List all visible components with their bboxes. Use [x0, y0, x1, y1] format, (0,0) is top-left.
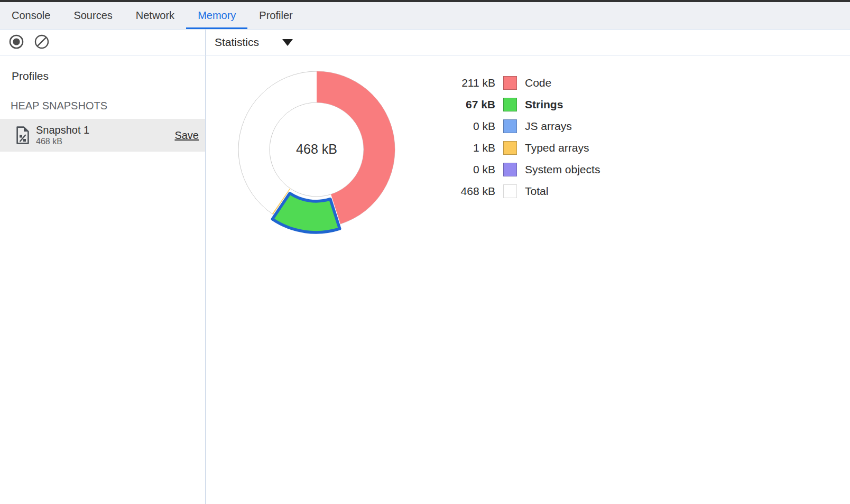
view-mode-label: Statistics: [215, 36, 259, 49]
panel-content: Profiles HEAP SNAPSHOTS Snapshot 1 468 k…: [0, 55, 850, 504]
legend-label: Total: [525, 185, 600, 198]
record-icon: [8, 34, 24, 51]
chart-legend: 211 kBCode67 kBStrings0 kBJS arrays1 kBT…: [449, 72, 600, 202]
tab-memory[interactable]: Memory: [186, 2, 247, 29]
tab-network[interactable]: Network: [124, 2, 186, 29]
heap-snapshot-item[interactable]: Snapshot 1 468 kB Save: [0, 119, 205, 152]
legend-row-total[interactable]: 468 kBTotal: [449, 180, 600, 202]
clear-icon: [34, 34, 50, 51]
memory-toolbar: Statistics: [0, 30, 850, 55]
profiles-sidebar: Profiles HEAP SNAPSHOTS Snapshot 1 468 k…: [0, 55, 206, 504]
legend-row-code[interactable]: 211 kBCode: [449, 72, 600, 94]
legend-value: 0 kB: [449, 120, 495, 133]
devtools-tab-bar: Console Sources Network Memory Profiler: [0, 2, 850, 30]
legend-value: 468 kB: [449, 185, 495, 198]
profiles-heading: Profiles: [12, 70, 205, 82]
legend-label: JS arrays: [525, 120, 600, 133]
heap-snapshots-section-heading: HEAP SNAPSHOTS: [11, 100, 205, 112]
legend-row-js-arrays[interactable]: 0 kBJS arrays: [449, 115, 600, 137]
save-link[interactable]: Save: [174, 129, 199, 142]
legend-value: 67 kB: [449, 98, 495, 111]
legend-row-strings[interactable]: 67 kBStrings: [449, 94, 600, 115]
view-mode-dropdown[interactable]: Statistics: [215, 36, 293, 49]
legend-value: 1 kB: [449, 142, 495, 154]
snapshot-title: Snapshot 1: [36, 124, 174, 136]
legend-value: 211 kB: [449, 77, 495, 89]
legend-swatch-total: [503, 184, 517, 198]
legend-label: Code: [525, 77, 600, 89]
record-heap-snapshot-button[interactable]: [8, 34, 24, 51]
legend-row-typed-arrays[interactable]: 1 kBTyped arrays: [449, 137, 600, 158]
donut-center-total: 468 kB: [296, 142, 337, 156]
statistics-view: 468 kB 211 kBCode67 kBStrings0 kBJS arra…: [206, 55, 850, 504]
legend-swatch-typed-arrays: [503, 141, 517, 155]
clear-profiles-button[interactable]: [34, 34, 50, 51]
legend-swatch-js-arrays: [503, 119, 517, 133]
legend-value: 0 kB: [449, 163, 495, 176]
snapshot-text: Snapshot 1 468 kB: [36, 124, 174, 146]
legend-swatch-code: [503, 76, 517, 90]
legend-row-system-objects[interactable]: 0 kBSystem objects: [449, 158, 600, 180]
legend-label: System objects: [525, 163, 600, 176]
tab-console[interactable]: Console: [0, 2, 62, 29]
legend-swatch-strings: [503, 98, 517, 111]
heap-snapshot-document-icon: [15, 126, 30, 144]
tab-profiler[interactable]: Profiler: [247, 2, 304, 29]
heap-usage-donut-chart: 468 kB: [232, 65, 401, 234]
profiler-controls: [0, 30, 206, 55]
legend-swatch-system-objects: [503, 163, 517, 176]
tab-sources[interactable]: Sources: [62, 2, 124, 29]
chevron-down-icon: [282, 39, 293, 46]
view-toolbar: Statistics: [206, 30, 850, 55]
snapshot-size: 468 kB: [36, 137, 174, 146]
legend-label: Strings: [525, 98, 600, 111]
legend-label: Typed arrays: [525, 142, 600, 154]
